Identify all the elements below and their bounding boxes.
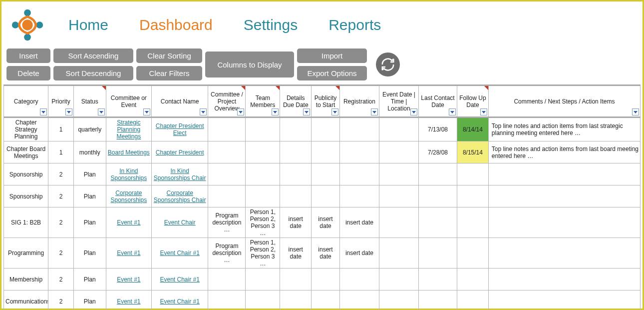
- sync-icon[interactable]: [376, 52, 400, 76]
- cell-link[interactable]: Event Chair #1: [160, 250, 199, 256]
- column-header: Contact Name: [151, 86, 208, 118]
- cell-last-contact: 7/13/08: [419, 118, 457, 142]
- import-button[interactable]: Import: [297, 48, 367, 63]
- cell-link[interactable]: Event #1: [117, 250, 140, 256]
- cell-link[interactable]: Chapter President: [156, 149, 204, 156]
- cell-link[interactable]: Corporate Sponsorships Chair: [154, 190, 206, 204]
- table-row[interactable]: Sponsorship2PlanIn Kind SponsorshipsIn K…: [4, 164, 641, 186]
- column-header: Category: [4, 86, 48, 118]
- column-header: Follow Up Date: [457, 86, 489, 118]
- cell-link[interactable]: In Kind Sponsorships: [110, 168, 147, 182]
- column-filter-dropdown[interactable]: [632, 108, 639, 116]
- cell-committee[interactable]: Board Meetings: [106, 142, 151, 164]
- cell-comments: [488, 238, 640, 268]
- cell-contact[interactable]: Event Chair: [151, 208, 208, 238]
- column-label: Status: [81, 98, 98, 105]
- table-row[interactable]: Programming2PlanEvent #1Event Chair #1Pr…: [4, 238, 641, 268]
- cell-contact[interactable]: Chapter President: [151, 142, 208, 164]
- column-filter-dropdown[interactable]: [480, 108, 487, 116]
- header: Home Dashboard Settings Reports: [1, 2, 643, 46]
- cell-status: quarterly: [73, 118, 106, 142]
- column-filter-dropdown[interactable]: [272, 108, 279, 116]
- column-filter-dropdown[interactable]: [40, 108, 47, 116]
- column-filter-dropdown[interactable]: [200, 108, 207, 116]
- cell-committee[interactable]: Corporate Sponsorships: [106, 186, 151, 208]
- cell-event: [379, 238, 418, 268]
- cell-publicity: [312, 142, 340, 164]
- cell-team: [246, 290, 280, 310]
- cell-priority: 1: [48, 142, 74, 164]
- column-filter-dropdown[interactable]: [331, 108, 338, 116]
- cell-link[interactable]: Event Chair: [164, 219, 196, 226]
- cell-committee[interactable]: Event #1: [106, 208, 151, 238]
- column-filter-dropdown[interactable]: [65, 108, 72, 116]
- table-row[interactable]: Chapter Board Meetings1monthlyBoard Meet…: [4, 142, 641, 164]
- cell-comments: [488, 208, 640, 238]
- cell-contact[interactable]: Event Chair #1: [151, 268, 208, 290]
- table-row[interactable]: Membership2PlanEvent #1Event Chair #1: [4, 268, 641, 290]
- column-filter-dropdown[interactable]: [410, 108, 417, 116]
- note-indicator-icon: [484, 86, 488, 90]
- cell-link[interactable]: Chapter President Elect: [156, 122, 204, 136]
- cell-contact[interactable]: Event Chair #1: [151, 238, 208, 268]
- cell-link[interactable]: Board Meetings: [108, 149, 150, 156]
- cell-registration: [339, 164, 379, 186]
- cell-priority: 2: [48, 238, 74, 268]
- cell-status: Plan: [73, 290, 106, 310]
- nav-reports[interactable]: Reports: [328, 16, 381, 34]
- table-row[interactable]: SIG 1: B2B2PlanEvent #1Event Chair Progr…: [4, 208, 641, 238]
- cell-category: Membership: [4, 268, 48, 290]
- cell-category: Communications: [4, 290, 48, 310]
- cell-last-contact: 7/28/08: [419, 142, 457, 164]
- cell-registration: [339, 290, 379, 310]
- column-filter-dropdown[interactable]: [237, 108, 244, 116]
- nav-dashboard[interactable]: Dashboard: [139, 16, 213, 34]
- insert-button[interactable]: Insert: [6, 48, 50, 63]
- cell-link[interactable]: Corporate Sponsorships: [110, 190, 147, 204]
- table-row[interactable]: Communications2PlanEvent #1Event Chair #…: [4, 290, 641, 310]
- cell-contact[interactable]: In Kind Sponsorships Chair: [151, 164, 208, 186]
- cell-committee[interactable]: Event #1: [106, 268, 151, 290]
- cell-contact[interactable]: Chapter President Elect: [151, 118, 208, 142]
- cell-link[interactable]: In Kind Sponsorships Chair: [154, 168, 206, 182]
- column-label: Publicity to Start: [315, 94, 337, 108]
- cell-link[interactable]: Event Chair #1: [160, 276, 199, 283]
- cell-link[interactable]: Event #1: [117, 298, 140, 305]
- cell-team: [246, 164, 280, 186]
- export-options-button[interactable]: Export Options: [297, 66, 367, 80]
- delete-button[interactable]: Delete: [6, 66, 50, 80]
- cell-contact[interactable]: Event Chair #1: [151, 290, 208, 310]
- cell-link[interactable]: Event #1: [117, 219, 140, 226]
- cell-committee[interactable]: Strategic Planning Meetings: [106, 118, 151, 142]
- table-row[interactable]: Sponsorship2PlanCorporate SponsorshipsCo…: [4, 186, 641, 208]
- cell-link[interactable]: Event #1: [117, 276, 140, 283]
- column-filter-dropdown[interactable]: [303, 108, 310, 116]
- cell-event: [379, 186, 418, 208]
- cell-follow-up: 8/15/14: [457, 142, 489, 164]
- cell-link[interactable]: Event Chair #1: [160, 298, 199, 305]
- cell-committee[interactable]: Event #1: [106, 238, 151, 268]
- cell-committee[interactable]: Event #1: [106, 290, 151, 310]
- cell-overview: [208, 142, 246, 164]
- column-filter-dropdown[interactable]: [449, 108, 456, 116]
- column-filter-dropdown[interactable]: [143, 108, 150, 116]
- sort-descending-button[interactable]: Sort Descending: [53, 66, 133, 80]
- table-row[interactable]: Chapter Strategy Planning1quarterlyStrat…: [4, 118, 641, 142]
- sort-ascending-button[interactable]: Sort Ascending: [53, 48, 133, 63]
- nav-settings[interactable]: Settings: [244, 16, 298, 34]
- app-logo: [6, 6, 48, 44]
- cell-committee[interactable]: In Kind Sponsorships: [106, 164, 151, 186]
- cell-last-contact: [419, 268, 457, 290]
- column-filter-dropdown[interactable]: [98, 108, 105, 116]
- columns-to-display-button[interactable]: Columns to Display: [205, 52, 294, 78]
- cell-status: Plan: [73, 186, 106, 208]
- column-label: Registration: [343, 98, 375, 105]
- cell-link[interactable]: Strategic Planning Meetings: [116, 119, 141, 140]
- nav-home[interactable]: Home: [68, 16, 108, 34]
- clear-filters-button[interactable]: Clear Filters: [136, 66, 202, 80]
- column-filter-dropdown[interactable]: [371, 108, 378, 116]
- cell-contact[interactable]: Corporate Sponsorships Chair: [151, 186, 208, 208]
- cell-overview: [208, 164, 246, 186]
- clear-sorting-button[interactable]: Clear Sorting: [136, 48, 202, 63]
- cell-last-contact: [419, 238, 457, 268]
